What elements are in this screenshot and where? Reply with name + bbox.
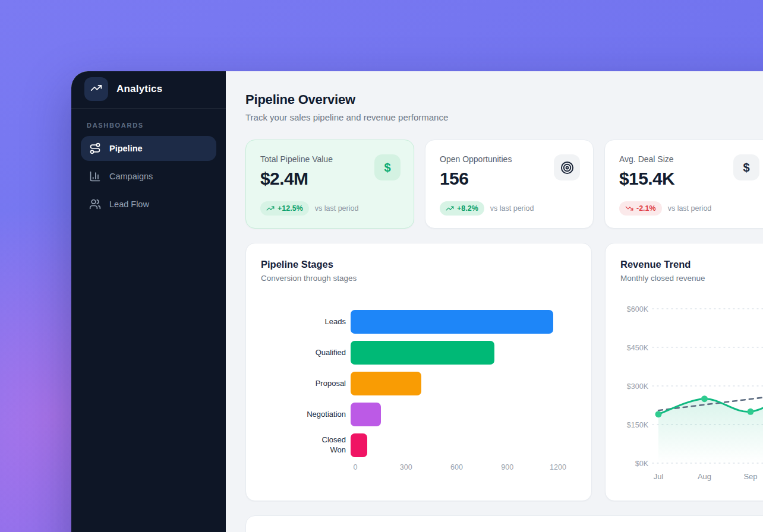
trending-up-icon: [90, 82, 102, 96]
kpi-card-total-pipeline-value: Total Pipeline Value$2.4M$+12.5%vs last …: [245, 140, 414, 229]
stage-bar-negotiation: [351, 403, 381, 426]
trending-up-icon: [266, 204, 275, 213]
desktop: { "app": { "brand": "Analytics", "nav_se…: [0, 0, 763, 532]
dollar-icon: $: [733, 154, 759, 180]
compare-label: vs last period: [490, 204, 534, 213]
stage-row-closed-won: Closed Won: [261, 430, 576, 461]
page-title: Pipeline Overview: [245, 92, 763, 107]
sidebar-item-campaigns[interactable]: Campaigns: [81, 164, 216, 189]
compare-label: vs last period: [315, 204, 359, 213]
revenue-trend-header: Revenue Trend Monthly closed revenue: [606, 243, 763, 283]
stage-row-negotiation: Negotiation: [261, 399, 576, 430]
kpi-card-open-opportunities: Open Opportunities156+8.2%vs last period: [425, 140, 594, 229]
delta-badge: +12.5%: [260, 201, 309, 216]
sidebar-divider: [71, 108, 226, 109]
sidebar-item-lead-flow[interactable]: Lead Flow: [81, 192, 216, 217]
stage-label: Closed Won: [261, 435, 351, 455]
charts-row: Pipeline Stages Conversion through stage…: [245, 243, 763, 501]
revenue-trend-subtitle: Monthly closed revenue: [620, 274, 763, 283]
route-icon: [89, 142, 101, 154]
kpi-card-avg-deal-size: Avg. Deal Size$15.4K$-2.1%vs last period: [604, 140, 763, 229]
kpi-footer: -2.1%vs last period: [619, 201, 711, 216]
x-tick: Sep: [743, 472, 757, 481]
pipeline-stages-title: Pipeline Stages: [261, 259, 576, 270]
pipeline-stages-header: Pipeline Stages Conversion through stage…: [246, 243, 591, 283]
x-tick: 1200: [550, 463, 566, 471]
x-tick: 300: [400, 463, 412, 471]
analytics-logo: [84, 77, 108, 101]
delta-value: -2.1%: [636, 204, 656, 213]
trending-up-icon: [446, 204, 454, 213]
stage-bar-leads: [351, 310, 553, 334]
dollar-icon: $: [374, 154, 401, 180]
stage-row-qualified: Qualified: [261, 337, 576, 368]
sidebar-nav: PipelineCampaignsLead Flow: [81, 136, 216, 217]
x-tick: 900: [501, 463, 513, 471]
kpi-footer: +12.5%vs last period: [260, 201, 358, 216]
sidebar-item-label: Lead Flow: [109, 200, 149, 209]
y-tick: $450K: [627, 344, 649, 352]
stage-label: Leads: [261, 317, 351, 327]
sidebar-item-label: Pipeline: [109, 144, 143, 153]
compare-label: vs last period: [668, 204, 712, 213]
kpi-row: Total Pipeline Value$2.4M$+12.5%vs last …: [245, 140, 763, 229]
stage-row-leads: Leads: [261, 306, 576, 337]
data-point: [748, 408, 754, 415]
page-subtitle: Track your sales pipeline and revenue pe…: [245, 112, 763, 122]
delta-badge: +8.2%: [440, 201, 484, 216]
nav-section-label: DASHBOARDS: [87, 122, 210, 129]
x-tick: Jul: [654, 472, 664, 481]
pipeline-stages-card: Pipeline Stages Conversion through stage…: [245, 243, 592, 501]
delta-badge: -2.1%: [619, 201, 662, 216]
sidebar: Analytics DASHBOARDS PipelineCampaignsLe…: [71, 71, 226, 532]
y-tick: $150K: [627, 421, 649, 429]
x-tick: Aug: [698, 472, 711, 481]
users-icon: [89, 198, 101, 210]
x-tick: 600: [450, 463, 463, 471]
sidebar-item-label: Campaigns: [109, 172, 153, 181]
y-tick: $600K: [627, 305, 649, 314]
stage-label: Qualified: [261, 348, 351, 358]
delta-value: +12.5%: [278, 204, 303, 213]
stage-bar-closed-won: [351, 433, 367, 457]
stage-bar-qualified: [351, 341, 494, 365]
x-tick: 0: [354, 463, 358, 471]
sidebar-item-pipeline[interactable]: Pipeline: [81, 136, 216, 161]
revenue-trend-title: Revenue Trend: [620, 259, 763, 270]
stage-label: Proposal: [261, 379, 351, 389]
data-point: [701, 395, 708, 402]
main-content: Pipeline Overview Track your sales pipel…: [226, 71, 763, 532]
target-icon: [554, 154, 580, 180]
y-tick: $300K: [627, 382, 649, 391]
revenue-trend-card: $0K$150K$300K$450K$600KJulAugSepOct Reve…: [605, 243, 763, 501]
stage-row-proposal: Proposal: [261, 368, 576, 399]
pipeline-stages-subtitle: Conversion through stages: [261, 274, 576, 283]
y-tick: $0K: [635, 460, 649, 468]
bar-chart-icon: [89, 170, 101, 182]
stage-label: Negotiation: [261, 410, 351, 420]
kpi-footer: +8.2%vs last period: [440, 201, 534, 216]
sidebar-header: Analytics: [81, 77, 216, 108]
delta-value: +8.2%: [457, 204, 478, 213]
trending-down-icon: [625, 204, 633, 213]
app-title: Analytics: [116, 83, 162, 95]
stages-x-axis: 03006009001200: [246, 463, 591, 473]
stages-bar-chart: LeadsQualifiedProposalNegotiationClosed …: [246, 306, 591, 461]
stage-bar-proposal: [351, 372, 421, 395]
app-window: Analytics DASHBOARDS PipelineCampaignsLe…: [71, 71, 763, 532]
data-point: [655, 411, 662, 417]
bottom-card-partial: [245, 515, 763, 532]
